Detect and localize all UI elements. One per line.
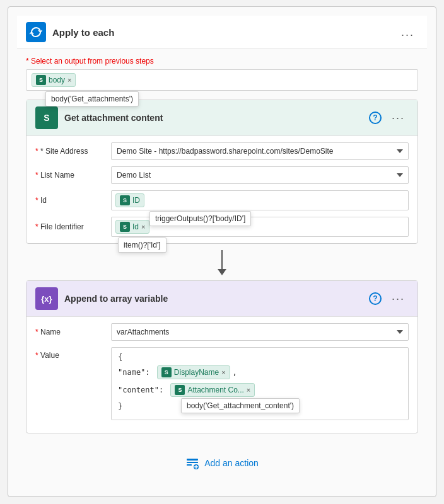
list-name-text: Demo List xyxy=(117,171,151,180)
get-attachment-help[interactable]: ? xyxy=(369,112,382,124)
display-name-token-close[interactable]: × xyxy=(221,369,225,376)
get-attachment-icon: S xyxy=(35,106,58,129)
append-array-title: Append to array variable xyxy=(64,294,369,304)
add-action-label: Add an action xyxy=(204,458,259,468)
get-attachment-title: Get attachment content xyxy=(64,113,369,123)
list-name-value[interactable]: Demo List xyxy=(111,166,409,184)
array-name-row: * Name varAttachments xyxy=(35,323,409,341)
file-identifier-tooltip: item()?['Id'] xyxy=(118,238,166,253)
id-row: * Id S ID triggerOutputs()?['body/ID'] xyxy=(35,190,409,210)
file-identifier-token-text: Id xyxy=(132,222,139,231)
value-close-brace: } xyxy=(118,402,122,411)
file-identifier-token: S Id × xyxy=(115,220,149,234)
array-value-label: * Value xyxy=(35,347,111,360)
add-action-button[interactable]: Add an action xyxy=(178,452,266,474)
body-token-text: body xyxy=(49,76,65,84)
apply-to-each-header: Apply to each ... xyxy=(17,16,427,49)
attachment-content-token-icon: S xyxy=(175,385,185,395)
array-name-value[interactable]: varAttachments xyxy=(111,323,409,341)
attachment-content-tooltip: body('Get_attachment_content') xyxy=(181,398,300,413)
connector-arrow xyxy=(26,250,418,275)
array-value-row: * Value { "name": S xyxy=(35,347,409,420)
display-name-token: S DisplayName × xyxy=(157,365,230,379)
append-array-body: * Name varAttachments * Value xyxy=(26,317,418,433)
id-token: S ID xyxy=(115,193,144,207)
display-name-token-text: DisplayName xyxy=(174,368,219,377)
get-attachment-card: S Get attachment content ? ··· * * Site … xyxy=(26,100,418,244)
display-name-token-icon: S xyxy=(161,367,172,377)
site-address-text: Demo Site - https://badpassword.sharepoi… xyxy=(117,147,334,156)
append-array-help[interactable]: ? xyxy=(369,292,382,305)
array-name-chevron xyxy=(397,330,403,334)
id-token-text: ID xyxy=(132,196,140,205)
apply-to-each-ellipsis[interactable]: ... xyxy=(397,25,418,39)
body-token-icon: S xyxy=(36,75,46,85)
array-name-text: varAttachments xyxy=(117,328,169,336)
append-array-card: {x} Append to array variable ? ··· * Nam… xyxy=(26,280,418,433)
value-name-comma: , xyxy=(233,368,237,377)
value-line-open: { xyxy=(118,353,402,362)
value-content-key: "content": xyxy=(118,386,168,394)
site-address-label: * * Site Address xyxy=(35,147,111,156)
id-label: * Id xyxy=(35,196,111,205)
id-token-tooltip: triggerOutputs()?['body/ID'] xyxy=(149,211,251,226)
svg-rect-1 xyxy=(187,462,198,463)
site-address-chevron xyxy=(397,149,403,153)
id-token-icon: S xyxy=(120,195,130,205)
append-array-icon: {x} xyxy=(35,287,58,310)
list-name-label: * List Name xyxy=(35,171,111,180)
select-output-label: * Select an output from previous steps xyxy=(26,57,418,66)
get-attachment-body: * * Site Address Demo Site - https://bad… xyxy=(26,136,418,243)
file-identifier-token-close[interactable]: × xyxy=(141,223,145,231)
apply-to-each-title: Apply to each xyxy=(52,27,397,38)
svg-rect-2 xyxy=(187,464,192,466)
select-output-input[interactable]: S body × body('Get_attachments') xyxy=(26,69,418,91)
connector-arrowhead xyxy=(218,269,226,275)
add-action-icon xyxy=(185,456,199,470)
get-attachment-ellipsis[interactable]: ··· xyxy=(388,111,409,125)
value-line-name: "name": S DisplayName × , xyxy=(118,365,402,379)
value-line-content: "content": S Attachment Co... × body('Ge… xyxy=(118,383,402,397)
body-token: S body × xyxy=(32,73,76,87)
list-name-chevron xyxy=(397,173,403,177)
body-token-close[interactable]: × xyxy=(67,76,71,84)
file-identifier-label: * File Identifier xyxy=(35,222,111,231)
array-value-box[interactable]: { "name": S DisplayName × , xyxy=(111,347,409,420)
apply-to-each-container: Apply to each ... * Select an output fro… xyxy=(8,6,436,497)
list-name-row: * List Name Demo List xyxy=(35,166,409,184)
site-address-row: * * Site Address Demo Site - https://bad… xyxy=(35,142,409,160)
value-open-brace: { xyxy=(118,353,122,362)
apply-to-each-body: * Select an output from previous steps S… xyxy=(17,49,427,488)
select-output-label-text: * Select an output from previous steps xyxy=(26,57,154,66)
append-array-header: {x} Append to array variable ? ··· xyxy=(26,281,418,317)
id-token-container[interactable]: S ID triggerOutputs()?['body/ID'] xyxy=(111,190,409,210)
connector-line xyxy=(221,250,223,269)
append-array-ellipsis[interactable]: ··· xyxy=(388,292,409,306)
body-token-tooltip: body('Get_attachments') xyxy=(45,91,139,106)
loop-icon xyxy=(26,22,46,42)
attachment-content-token-close[interactable]: × xyxy=(247,386,250,394)
attachment-content-token-text: Attachment Co... xyxy=(187,386,243,394)
site-address-value[interactable]: Demo Site - https://badpassword.sharepoi… xyxy=(111,142,409,160)
array-name-label: * Name xyxy=(35,328,111,336)
svg-rect-0 xyxy=(187,459,198,461)
file-identifier-token-icon: S xyxy=(120,222,130,232)
add-action-container: Add an action xyxy=(26,440,418,480)
attachment-content-token: S Attachment Co... × xyxy=(170,383,255,397)
value-name-key: "name": xyxy=(118,368,155,377)
